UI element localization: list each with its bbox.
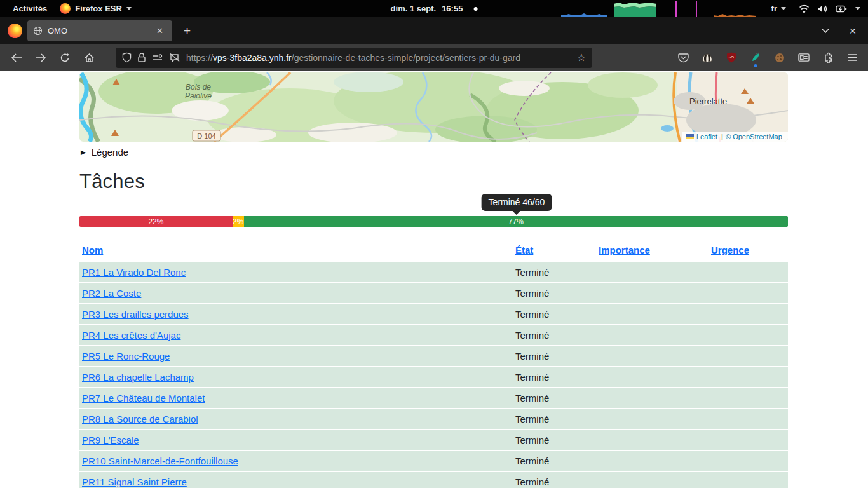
task-status: Terminé xyxy=(513,367,596,387)
chevron-down-icon xyxy=(855,7,860,10)
task-urgence xyxy=(709,472,788,488)
ublock-origin-icon[interactable]: uO xyxy=(726,52,737,64)
task-link[interactable]: PR7 Le Château de Montalet xyxy=(82,393,205,403)
bookmark-star-icon[interactable]: ☆ xyxy=(577,51,586,64)
task-importance xyxy=(596,325,709,345)
task-urgence xyxy=(709,283,788,303)
map-label-city: Pierrelatte xyxy=(689,97,727,106)
task-urgence xyxy=(709,262,788,282)
task-status: Terminé xyxy=(513,262,596,282)
task-importance xyxy=(596,262,709,282)
list-all-tabs-button[interactable] xyxy=(821,28,830,34)
table-row: PR7 Le Château de MontaletTerminé xyxy=(79,388,788,408)
keyboard-layout-button[interactable]: fr xyxy=(771,4,786,13)
tab-omo[interactable]: OMO ✕ xyxy=(27,20,172,41)
home-button[interactable] xyxy=(79,48,99,67)
task-urgence xyxy=(709,367,788,387)
notifications-blocked-icon[interactable] xyxy=(169,53,180,62)
new-tab-button[interactable]: + xyxy=(177,23,197,39)
sort-header-urgence[interactable]: Urgence xyxy=(711,245,749,255)
url-scheme: https:// xyxy=(186,53,213,63)
browser-nav-bar: https://vps-3fba2a8a.ynh.fr/gestionnaire… xyxy=(0,44,868,71)
browser-tab-bar: OMO ✕ + ✕ xyxy=(0,17,868,44)
page-title: Tâches xyxy=(79,170,788,193)
table-row: PR5 Le Ronc-RougeTerminé xyxy=(79,346,788,366)
activities-button[interactable]: Activités xyxy=(9,3,51,15)
task-link[interactable]: PR6 La chapelle Lachamp xyxy=(82,372,194,383)
table-row: PR4 Les crêtes d'AujacTerminé xyxy=(79,325,788,345)
task-urgence xyxy=(709,451,788,471)
reload-button[interactable] xyxy=(55,48,75,67)
table-header-row: Nom État Importance Urgence xyxy=(79,241,788,261)
task-status: Terminé xyxy=(513,304,596,324)
task-link[interactable]: PR5 Le Ronc-Rouge xyxy=(82,351,170,362)
progress-bar: 22%2%77% xyxy=(79,216,788,227)
cookie-extension-icon[interactable] xyxy=(774,52,785,64)
sort-header-importance[interactable]: Importance xyxy=(599,245,650,255)
legend-label: Légende xyxy=(92,147,128,158)
task-link[interactable]: PR8 La Source de Carabiol xyxy=(82,414,198,424)
forward-button[interactable] xyxy=(31,48,51,67)
privacy-badger-icon[interactable] xyxy=(702,52,713,64)
back-button[interactable] xyxy=(6,48,27,67)
task-urgence xyxy=(709,346,788,366)
memory-monitor-graph[interactable] xyxy=(614,1,656,17)
task-link[interactable]: PR10 Saint-Marcel-de-Fontfouillouse xyxy=(82,456,238,466)
table-row: PR10 Saint-Marcel-de-FontfouillouseTermi… xyxy=(79,451,788,471)
stylus-extension-icon[interactable] xyxy=(750,52,761,64)
task-urgence xyxy=(709,388,788,408)
lock-icon[interactable] xyxy=(137,52,146,63)
sort-header-nom[interactable]: Nom xyxy=(82,245,103,255)
clock-button[interactable]: dim. 1 sept. 16:55 xyxy=(391,4,478,13)
keyboard-layout-label: fr xyxy=(771,4,777,13)
sort-header-etat[interactable]: État xyxy=(515,245,533,255)
table-row: PR11 Signal Saint PierreTerminé xyxy=(79,472,788,488)
task-link[interactable]: PR1 La Virado Del Ronc xyxy=(82,267,186,278)
attribution-leaflet-link[interactable]: Leaflet xyxy=(696,133,717,140)
task-urgence xyxy=(709,409,788,429)
task-status: Terminé xyxy=(513,388,596,408)
cpu-monitor-graph[interactable] xyxy=(714,1,756,17)
network-monitor-graph[interactable] xyxy=(561,1,607,17)
legend-toggle[interactable]: ▶ Légende xyxy=(81,147,788,158)
task-link[interactable]: PR11 Signal Saint Pierre xyxy=(82,477,187,487)
activity-spikes-graph[interactable] xyxy=(663,1,707,17)
extensions-puzzle-icon[interactable] xyxy=(822,52,834,64)
url-path: /gestionnaire-de-taches-simple/project/s… xyxy=(292,53,520,63)
firefox-icon xyxy=(60,3,71,14)
url-host: vps-3fba2a8a.ynh.fr xyxy=(213,53,292,63)
app-menu-label: Firefox ESR xyxy=(75,4,122,13)
tab-close-button[interactable]: ✕ xyxy=(153,25,166,37)
task-importance xyxy=(596,451,709,471)
task-link[interactable]: PR2 La Coste xyxy=(82,288,141,299)
menu-hamburger-icon[interactable] xyxy=(846,52,858,64)
attribution-osm-link[interactable]: © OpenStreetMap xyxy=(726,133,782,140)
table-row: PR9 L'EscaleTerminé xyxy=(79,430,788,450)
road-badge-label: D 104 xyxy=(197,132,215,140)
task-urgence xyxy=(709,430,788,450)
task-importance xyxy=(596,367,709,387)
task-status: Terminé xyxy=(513,346,596,366)
pocket-icon[interactable] xyxy=(677,52,689,64)
task-link[interactable]: PR3 Les drailles perdues xyxy=(82,309,189,320)
task-status: Terminé xyxy=(513,409,596,429)
system-status-area[interactable] xyxy=(799,4,860,13)
chevron-down-icon xyxy=(781,7,786,10)
url-bar[interactable]: https://vps-3fba2a8a.ynh.fr/gestionnaire… xyxy=(116,48,592,68)
clock-date: dim. 1 sept. xyxy=(391,4,437,13)
tracking-protection-shield-icon[interactable] xyxy=(122,52,132,63)
task-link[interactable]: PR4 Les crêtes d'Aujac xyxy=(82,330,180,341)
window-close-button[interactable]: ✕ xyxy=(849,26,857,36)
leaflet-map[interactable]: Bois de Paiolive Pierrelatte D 104 Leafl… xyxy=(79,72,788,142)
permissions-icon[interactable] xyxy=(152,53,163,62)
task-urgence xyxy=(709,325,788,345)
volume-icon xyxy=(817,4,828,13)
map-label-forest-line2: Paiolive xyxy=(185,92,212,100)
progress-area: Terminé 46/60 22%2%77% xyxy=(79,216,788,227)
url-text[interactable]: https://vps-3fba2a8a.ynh.fr/gestionnaire… xyxy=(186,53,571,63)
task-status: Terminé xyxy=(513,283,596,303)
reader-card-icon[interactable] xyxy=(798,52,810,64)
app-menu-button[interactable]: Firefox ESR xyxy=(60,3,132,14)
map-label-forest-line1: Bois de xyxy=(186,83,211,92)
task-link[interactable]: PR9 L'Escale xyxy=(82,435,139,445)
